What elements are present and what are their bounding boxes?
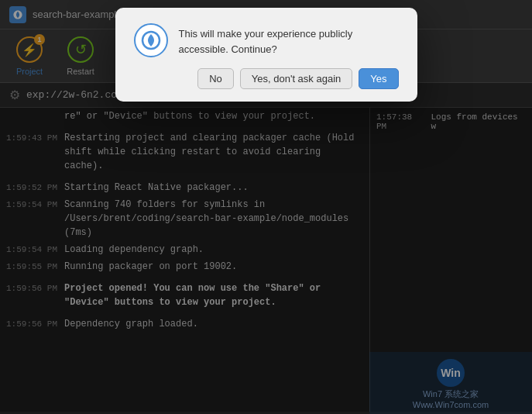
dialog-message: This will make your experience publicly … [179, 23, 399, 57]
yes-button[interactable]: Yes [359, 68, 398, 89]
dialog-logo [134, 23, 168, 57]
dialog-buttons: No Yes, don't ask again Yes [134, 68, 399, 89]
dialog-overlay: This will make your experience publicly … [0, 0, 532, 414]
yes-dont-ask-button[interactable]: Yes, don't ask again [240, 68, 352, 89]
dialog: This will make your experience publicly … [115, 8, 417, 102]
no-button[interactable]: No [197, 68, 234, 89]
dialog-top: This will make your experience publicly … [134, 23, 399, 57]
